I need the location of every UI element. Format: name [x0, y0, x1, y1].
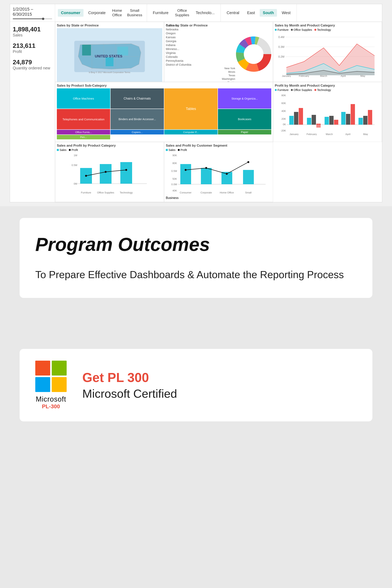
map-svg: UNITED STATES b Bing © 2017 Microsoft Co…: [57, 37, 162, 76]
bar-may-furn: [358, 118, 363, 125]
donut-chart-cell: Sales by State or Province California Ne…: [164, 22, 273, 82]
sales-value: 1,898,401: [13, 26, 52, 33]
bar-segment-cell: Sales and Profit by Customer Segment Sal…: [164, 142, 273, 202]
profit-dot-tech: [125, 169, 127, 171]
filter-west[interactable]: West: [278, 9, 294, 17]
svg-text:Consumer: Consumer: [180, 191, 192, 194]
profit-dot-office: [105, 171, 106, 173]
legend-tech: Technology: [314, 28, 331, 31]
svg-text:0.4M: 0.4M: [278, 36, 284, 38]
donut-label-minnesota: Minneso...: [166, 47, 235, 50]
filter-office-supplies[interactable]: OfficeSupplies: [173, 7, 191, 18]
legend-label-sales: Sales: [60, 148, 66, 152]
filter-technology[interactable]: Technolo...: [193, 9, 218, 17]
filter-east[interactable]: East: [244, 9, 258, 17]
treemap-binders: Binders and Binder Accessor...: [110, 109, 164, 129]
svg-text:March: March: [320, 74, 327, 77]
bar-tech: [120, 162, 132, 184]
svg-text:Corporate: Corporate: [200, 191, 212, 194]
svg-text:March: March: [326, 133, 333, 136]
svg-text:90K: 90K: [172, 154, 177, 157]
legend-furniture: Furniture: [275, 28, 288, 31]
filter-furniture[interactable]: Furniture: [150, 9, 172, 17]
legend2-office: Office Supplies: [291, 88, 312, 92]
filter-south[interactable]: South: [260, 9, 277, 17]
bar-may-tech: [368, 110, 372, 125]
filter-consumer[interactable]: Consumer: [58, 9, 84, 17]
svg-text:April: April: [341, 74, 346, 77]
legend2-dot-furniture: [275, 89, 277, 91]
date-slider[interactable]: [13, 18, 52, 19]
legend-profit: Profit: [69, 148, 78, 152]
filter-corporate[interactable]: Corporate: [85, 9, 109, 17]
quantity-label: Quantity ordered new: [13, 66, 52, 70]
bar-category-cell: Sales and Profit by Product Category Sal…: [55, 142, 164, 202]
bar-jan-furn: [289, 116, 294, 125]
legend2-label-tech: Technology: [317, 88, 331, 92]
svg-text:Home Office: Home Office: [220, 191, 234, 194]
treemap-chart-cell: Sales by Product Sub-Category Office Mac…: [55, 82, 273, 142]
treemap-office-furn: Office Furnis...: [57, 130, 110, 134]
line-chart-cell: Sales by Month and Product Category Furn…: [273, 22, 382, 82]
legend-label-seg-profit: Profit: [180, 148, 187, 152]
cert-text: Get PL 300 Microsoft Certified: [82, 370, 357, 400]
cert-subtitle: Microsoft Certified: [82, 387, 357, 400]
profit-dot-home: [226, 173, 228, 175]
donut-label-newyork: New York: [166, 67, 235, 70]
legend-office: Office Supplies: [291, 28, 312, 31]
profit-dot-furn: [85, 175, 87, 177]
filter-central[interactable]: Central: [224, 9, 242, 17]
dashboard-screenshot-area: 1/2/2015 – 6/30/2015 Consumer Corporate …: [0, 0, 392, 206]
treemap-grid: Office Machines Chairs & Chairmats Table…: [57, 88, 271, 140]
bar-mar-tech: [334, 120, 338, 125]
donut-label-dc: District of Columbia: [166, 63, 235, 66]
svg-text:0.2M: 0.2M: [278, 55, 284, 58]
program-outcomes-card: Program Outcomes To Prepare Effective Da…: [20, 218, 372, 298]
date-slider-thumb[interactable]: [42, 18, 44, 20]
line-chart-svg: 0.4M 0.3M 0.2M: [275, 32, 380, 77]
donut-label-nebraska: Nebraska: [166, 28, 235, 31]
bar-apr-furn: [341, 112, 346, 125]
svg-rect-6: [106, 58, 114, 66]
profit-legend: Furniture Office Supplies Technology: [275, 88, 380, 92]
bar-category-title: Sales and Profit by Product Category: [57, 144, 162, 148]
content-section: Program Outcomes To Prepare Effective Da…: [0, 206, 392, 433]
treemap-telephones: Telephones and Communication: [57, 109, 110, 129]
dashboard-container: 1/2/2015 – 6/30/2015 Consumer Corporate …: [10, 4, 382, 202]
ms-logo-grid: [35, 361, 67, 392]
svg-text:b Bing  © 2017 Microsoft Corpo: b Bing © 2017 Microsoft Corporation Term…: [89, 71, 130, 74]
profit-month-chart-cell: Profit by Month and Product Category Fur…: [273, 82, 382, 142]
svg-text:0.3M: 0.3M: [278, 45, 284, 48]
donut-label-california: California: [166, 24, 235, 27]
svg-text:80K: 80K: [172, 162, 177, 165]
svg-text:50K: 50K: [172, 178, 177, 180]
legend-dot-seg-sales: [166, 149, 168, 151]
charts-grid: Sales by State or Province: [55, 22, 382, 202]
filter-home-office[interactable]: HomeOffice: [110, 7, 124, 18]
svg-text:January: January: [290, 133, 299, 136]
legend-dot-furniture: [275, 29, 277, 31]
legend2-tech: Technology: [314, 88, 331, 92]
treemap-office-machines: Office Machines: [57, 88, 110, 109]
profit-month-svg: 80K 60K 40K 20K 0K -20K: [275, 92, 380, 136]
svg-text:January: January: [282, 74, 291, 77]
bar-consumer: [180, 164, 191, 184]
ms-logo-blue: [35, 377, 50, 392]
svg-text:Technology: Technology: [120, 191, 133, 194]
svg-text:40K: 40K: [282, 110, 286, 112]
legend2-label-furniture: Furniture: [278, 88, 288, 92]
line-chart-legend: Furniture Office Supplies Technology: [275, 28, 380, 31]
svg-text:0.5M: 0.5M: [72, 164, 77, 166]
svg-text:80K: 80K: [282, 94, 286, 97]
treemap-computer: Computer P...: [164, 130, 218, 134]
ms-logo-red: [35, 361, 50, 376]
legend-label-profit: Profit: [72, 148, 78, 152]
profit-label: Profit: [13, 50, 52, 54]
bar-office: [100, 164, 112, 184]
filter-small-business[interactable]: SmallBusiness: [125, 7, 144, 18]
metric-sales: 1,898,401 Sales: [13, 26, 52, 38]
date-range-filter: 1/2/2015 – 6/30/2015: [10, 4, 55, 22]
donut-label-illinois: Illinois: [166, 70, 235, 73]
donut-label-virginia: Virginia: [166, 51, 235, 54]
bar-segment-title: Sales and Profit by Customer Segment: [166, 144, 271, 148]
